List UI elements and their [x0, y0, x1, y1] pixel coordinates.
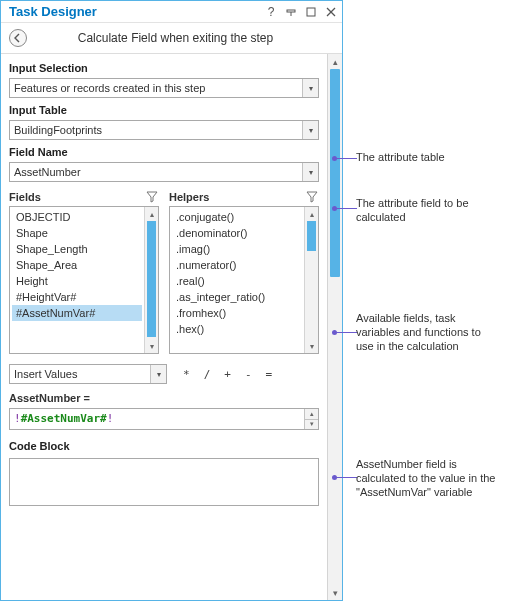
operator-button[interactable]: =: [266, 368, 273, 381]
list-item[interactable]: Shape_Area: [12, 257, 142, 273]
fields-label: Fields: [9, 191, 41, 203]
operator-button[interactable]: -: [245, 368, 252, 381]
list-item[interactable]: Height: [12, 273, 142, 289]
content-area: Input Selection Features or records crea…: [1, 54, 327, 600]
insert-values-combo[interactable]: Insert Values ▾: [9, 364, 167, 384]
code-block-input[interactable]: [9, 458, 319, 506]
list-item[interactable]: .numerator(): [172, 257, 302, 273]
scroll-up-icon[interactable]: ▴: [145, 207, 158, 221]
callout-line: [335, 208, 357, 209]
page-title: Calculate Field when exiting the step: [35, 31, 316, 45]
operator-button[interactable]: +: [224, 368, 231, 381]
chevron-down-icon: ▾: [150, 365, 166, 383]
chevron-down-icon: ▾: [302, 163, 318, 181]
list-item[interactable]: .conjugate(): [172, 209, 302, 225]
svg-rect-2: [307, 8, 315, 16]
operator-button[interactable]: *: [183, 368, 190, 381]
list-item[interactable]: Shape_Length: [12, 241, 142, 257]
helpers-listbox[interactable]: .conjugate().denominator().imag().numera…: [169, 206, 319, 354]
field-name-combo[interactable]: AssetNumber ▾: [9, 162, 319, 182]
list-item[interactable]: .imag(): [172, 241, 302, 257]
helpers-label: Helpers: [169, 191, 209, 203]
input-selection-label: Input Selection: [9, 62, 319, 74]
list-item[interactable]: OBJECTID: [12, 209, 142, 225]
fields-listbox[interactable]: OBJECTIDShapeShape_LengthShape_AreaHeigh…: [9, 206, 159, 354]
callout-line: [335, 477, 357, 478]
scrollbar-thumb[interactable]: [307, 221, 316, 251]
scrollbar-thumb[interactable]: [147, 221, 156, 337]
close-button[interactable]: [324, 5, 338, 19]
scrollbar-thumb[interactable]: [330, 69, 340, 277]
spin-down-icon[interactable]: ▾: [305, 420, 318, 430]
annotation-expression: AssetNumber field is calculated to the v…: [356, 458, 496, 499]
scrollbar[interactable]: ▴ ▾: [304, 207, 318, 353]
expression-label: AssetNumber =: [9, 392, 319, 404]
scroll-down-icon[interactable]: ▾: [305, 339, 318, 353]
svg-rect-0: [287, 10, 295, 12]
list-item[interactable]: .hex(): [172, 321, 302, 337]
panel-title: Task Designer: [9, 4, 264, 19]
annotation-fields-helpers: Available fields, task variables and fun…: [356, 312, 496, 353]
autohide-button[interactable]: [284, 5, 298, 19]
expression-input[interactable]: !#AssetNumVar#! ▴ ▾: [9, 408, 319, 430]
list-item[interactable]: #AssetNumVar#: [12, 305, 142, 321]
list-item[interactable]: .as_integer_ratio(): [172, 289, 302, 305]
help-button[interactable]: ?: [264, 5, 278, 19]
input-selection-value: Features or records created in this step: [10, 82, 302, 94]
scroll-down-icon[interactable]: ▾: [328, 585, 342, 600]
titlebar: Task Designer ?: [1, 1, 342, 23]
operator-button[interactable]: /: [204, 368, 211, 381]
input-selection-combo[interactable]: Features or records created in this step…: [9, 78, 319, 98]
spin-up-icon[interactable]: ▴: [305, 409, 318, 420]
annotation-attribute-field: The attribute field to be calculated: [356, 197, 496, 225]
list-item[interactable]: #HeightVar#: [12, 289, 142, 305]
filter-icon[interactable]: [305, 190, 319, 204]
list-item[interactable]: Shape: [12, 225, 142, 241]
input-table-combo[interactable]: BuildingFootprints ▾: [9, 120, 319, 140]
scroll-up-icon[interactable]: ▴: [305, 207, 318, 221]
callout-line: [335, 332, 357, 333]
scroll-up-icon[interactable]: ▴: [328, 54, 342, 69]
code-block-label: Code Block: [9, 440, 319, 452]
list-item[interactable]: .fromhex(): [172, 305, 302, 321]
field-name-value: AssetNumber: [10, 166, 302, 178]
panel-scrollbar[interactable]: ▴ ▾: [327, 54, 342, 600]
list-item[interactable]: .denominator(): [172, 225, 302, 241]
back-button[interactable]: [9, 29, 27, 47]
chevron-down-icon: ▾: [302, 121, 318, 139]
callout-line: [335, 158, 357, 159]
list-item[interactable]: .real(): [172, 273, 302, 289]
expression-text: !#AssetNumVar#!: [10, 409, 304, 429]
scrollbar[interactable]: ▴ ▾: [144, 207, 158, 353]
annotation-attribute-table: The attribute table: [356, 151, 496, 165]
filter-icon[interactable]: [145, 190, 159, 204]
chevron-down-icon: ▾: [302, 79, 318, 97]
input-table-value: BuildingFootprints: [10, 124, 302, 136]
task-designer-panel: Task Designer ? Calculate Field when exi…: [0, 0, 343, 601]
input-table-label: Input Table: [9, 104, 319, 116]
field-name-label: Field Name: [9, 146, 319, 158]
scroll-down-icon[interactable]: ▾: [145, 339, 158, 353]
operator-row: */+-=: [177, 368, 319, 381]
maximize-button[interactable]: [304, 5, 318, 19]
insert-values-value: Insert Values: [10, 368, 150, 380]
